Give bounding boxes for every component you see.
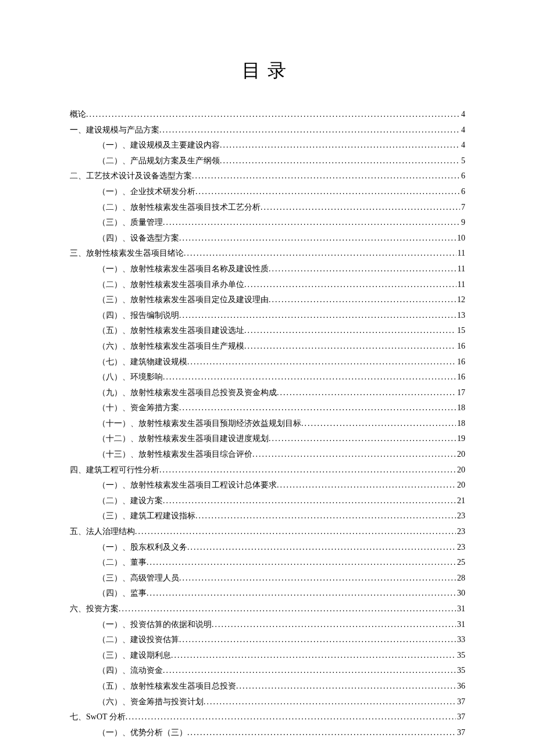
toc-entry-label: （六）、资金筹措与投资计划 bbox=[98, 694, 204, 710]
toc-entry-label: （三）、质量管理 bbox=[98, 215, 163, 231]
toc-entry[interactable]: （三）、建设期利息35 bbox=[70, 648, 465, 664]
toc-entry-page: 19 bbox=[456, 431, 465, 447]
toc-entry-page: 4 bbox=[460, 123, 465, 138]
toc-entry-label: 一、建设规模与产品方案 bbox=[70, 123, 159, 138]
toc-entry-page: 37 bbox=[456, 710, 465, 725]
toc-entry-label: （三）、放射性核素发生器项目定位及建设理由 bbox=[98, 292, 269, 308]
toc-leader-dots bbox=[179, 632, 456, 648]
toc-entry-label: 三、放射性核素发生器项目绪论 bbox=[70, 246, 184, 261]
toc-entry[interactable]: （六）、放射性核素发生器项目生产规模16 bbox=[70, 339, 465, 354]
toc-entry-label: （一）、优势分析（三） bbox=[98, 725, 187, 741]
toc-entry-label: （五）、放射性核素发生器项目建设选址 bbox=[98, 323, 244, 339]
toc-entry[interactable]: （五）、放射性核素发生器项目总投资36 bbox=[70, 679, 465, 694]
toc-entry[interactable]: （十一）、放射性核素发生器项目预期经济效益规划目标18 bbox=[70, 416, 465, 432]
toc-entry-page: 16 bbox=[456, 370, 465, 385]
toc-leader-dots bbox=[179, 400, 456, 416]
toc-entry[interactable]: （四）、监事30 bbox=[70, 586, 465, 601]
toc-entry-page: 20 bbox=[456, 463, 465, 478]
toc-entry[interactable]: （十）、资金筹措方案18 bbox=[70, 400, 465, 416]
toc-entry[interactable]: 五、法人治理结构23 bbox=[70, 524, 465, 540]
toc-entry[interactable]: 四、建筑工程可行性分析20 bbox=[70, 463, 465, 478]
toc-entry-label: 七、SwOT 分析 bbox=[70, 710, 126, 725]
toc-entry-label: （二）、建设投资估算 bbox=[98, 632, 179, 648]
toc-entry[interactable]: 三、放射性核素发生器项目绪论11 bbox=[70, 246, 465, 261]
toc-entry[interactable]: （二）、建设方案21 bbox=[70, 493, 465, 509]
toc-leader-dots bbox=[244, 277, 456, 293]
toc-entry[interactable]: （二）、放射性核素发生器项目技术工艺分析7 bbox=[70, 200, 465, 216]
toc-entry[interactable]: （三）、质量管理9 bbox=[70, 215, 465, 231]
toc-entry-page: 10 bbox=[456, 231, 465, 246]
toc-entry[interactable]: （一）、投资估算的依据和说明31 bbox=[70, 617, 465, 633]
toc-entry-label: 五、法人治理结构 bbox=[70, 524, 135, 540]
toc-entry-label: （二）、放射性核素发生器项目承办单位 bbox=[98, 277, 244, 293]
toc-leader-dots bbox=[269, 431, 456, 447]
toc-entry-label: （一）、股东权利及义务 bbox=[98, 540, 187, 556]
toc-entry-page: 23 bbox=[456, 508, 465, 524]
toc-entry[interactable]: （一）、建设规模及主要建设内容4 bbox=[70, 138, 465, 153]
toc-leader-dots bbox=[163, 663, 456, 679]
toc-leader-dots bbox=[126, 710, 456, 725]
toc-entry[interactable]: （七）、建筑物建设规模16 bbox=[70, 354, 465, 370]
toc-leader-dots bbox=[147, 586, 456, 601]
toc-entry[interactable]: （三）、高级管理人员28 bbox=[70, 571, 465, 586]
toc-entry[interactable]: （三）、放射性核素发生器项目定位及建设理由12 bbox=[70, 292, 465, 308]
toc-entry[interactable]: （二）、放射性核素发生器项目承办单位11 bbox=[70, 277, 465, 293]
toc-entry-label: （三）、高级管理人员 bbox=[98, 571, 179, 586]
toc-entry-page: 17 bbox=[456, 385, 465, 401]
toc-entry[interactable]: （二）、董事25 bbox=[70, 555, 465, 571]
toc-entry[interactable]: （五）、放射性核素发生器项目建设选址15 bbox=[70, 323, 465, 339]
toc-entry[interactable]: （一）、企业技术研发分析6 bbox=[70, 184, 465, 200]
toc-entry-label: （一）、建设规模及主要建设内容 bbox=[98, 138, 220, 153]
toc-entry-label: （十二）、放射性核素发生器项目建设进度规划 bbox=[98, 431, 269, 447]
toc-entry[interactable]: （十三）、放射性核素发生器项目综合评价20 bbox=[70, 447, 465, 463]
toc-leader-dots bbox=[179, 308, 456, 324]
toc-leader-dots bbox=[163, 215, 460, 231]
toc-entry-label: （四）、流动资金 bbox=[98, 663, 163, 679]
toc-entry-page: 16 bbox=[456, 354, 465, 370]
toc-entry[interactable]: （一）、放射性核素发生器项目工程设计总体要求20 bbox=[70, 478, 465, 493]
toc-leader-dots bbox=[244, 323, 456, 339]
toc-entry-page: 33 bbox=[456, 632, 465, 648]
toc-entry[interactable]: 六、投资方案31 bbox=[70, 601, 465, 617]
toc-leader-dots bbox=[135, 524, 456, 540]
toc-entry-label: 六、投资方案 bbox=[70, 601, 119, 617]
toc-leader-dots bbox=[244, 339, 456, 354]
toc-entry[interactable]: （八）、环境影响16 bbox=[70, 370, 465, 385]
toc-leader-dots bbox=[261, 200, 460, 216]
toc-entry-label: （一）、放射性核素发生器项目名称及建设性质 bbox=[98, 261, 269, 277]
toc-entry[interactable]: （四）、设备选型方案10 bbox=[70, 231, 465, 246]
toc-entry[interactable]: （二）、建设投资估算33 bbox=[70, 632, 465, 648]
toc-entry-page: 36 bbox=[456, 679, 465, 694]
toc-entry-page: 30 bbox=[456, 586, 465, 601]
toc-entry[interactable]: （四）、流动资金35 bbox=[70, 663, 465, 679]
toc-entry-page: 6 bbox=[460, 169, 465, 184]
toc-entry-page: 21 bbox=[456, 493, 465, 509]
toc-entry-label: 概论 bbox=[70, 107, 86, 123]
toc-leader-dots bbox=[252, 447, 456, 463]
toc-entry-label: （二）、产品规划方案及生产纲领 bbox=[98, 153, 220, 169]
toc-entry-page: 23 bbox=[456, 540, 465, 556]
toc-entry[interactable]: 七、SwOT 分析37 bbox=[70, 710, 465, 725]
toc-entry[interactable]: （九）、放射性核素发生器项目总投资及资金构成17 bbox=[70, 385, 465, 401]
toc-entry-label: （八）、环境影响 bbox=[98, 370, 163, 385]
toc-entry[interactable]: （四）、报告编制说明13 bbox=[70, 308, 465, 324]
toc-entry[interactable]: （一）、优势分析（三）37 bbox=[70, 725, 465, 741]
toc-entry[interactable]: 一、建设规模与产品方案4 bbox=[70, 123, 465, 138]
toc-entry[interactable]: 概论4 bbox=[70, 107, 465, 123]
toc-entry[interactable]: 二、工艺技术设计及设备选型方案6 bbox=[70, 169, 465, 184]
toc-entry[interactable]: （二）、产品规划方案及生产纲领5 bbox=[70, 153, 465, 169]
toc-entry[interactable]: （一）、股东权利及义务23 bbox=[70, 540, 465, 556]
toc-entry[interactable]: （三）、建筑工程建设指标23 bbox=[70, 508, 465, 524]
toc-entry-page: 37 bbox=[456, 694, 465, 710]
toc-entry-page: 11 bbox=[456, 246, 465, 261]
toc-leader-dots bbox=[277, 478, 456, 493]
toc-entry[interactable]: （十二）、放射性核素发生器项目建设进度规划19 bbox=[70, 431, 465, 447]
table-of-contents: 概论4一、建设规模与产品方案4（一）、建设规模及主要建设内容4（二）、产品规划方… bbox=[70, 107, 465, 740]
toc-entry[interactable]: （一）、放射性核素发生器项目名称及建设性质11 bbox=[70, 261, 465, 277]
toc-entry-page: 18 bbox=[456, 416, 465, 432]
toc-entry[interactable]: （六）、资金筹措与投资计划37 bbox=[70, 694, 465, 710]
toc-leader-dots bbox=[159, 123, 460, 138]
toc-leader-dots bbox=[236, 679, 456, 694]
toc-entry-page: 20 bbox=[456, 447, 465, 463]
toc-entry-page: 35 bbox=[456, 663, 465, 679]
